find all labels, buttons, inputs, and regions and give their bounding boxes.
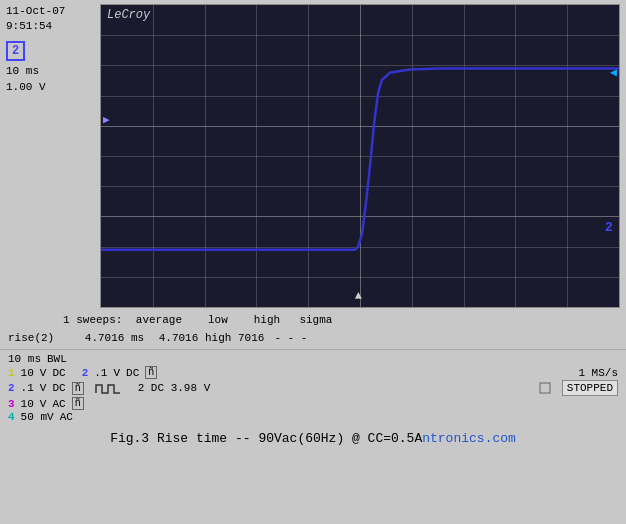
low-header: low	[195, 312, 240, 330]
sweeps-label: 1 sweeps:	[63, 312, 122, 330]
bottom-row-5: 4 50 mV AC	[8, 411, 618, 423]
ch4-num: 4	[8, 411, 15, 423]
fig-caption: Fig.3 Rise time -- 90Vac(60Hz) @ CC=0.5A…	[0, 427, 626, 448]
ch2-num: 2	[82, 367, 89, 379]
param-label: rise(2)	[8, 330, 73, 348]
high-val: high 7016	[205, 330, 264, 348]
average-header: average	[126, 312, 191, 330]
trigger-marker: ◀	[610, 65, 617, 80]
ch1-coupling: DC	[52, 367, 65, 379]
ch2-coupling-icon-2: ñ	[72, 382, 84, 395]
ch1-unit: V	[40, 367, 47, 379]
ch2-volts: .1	[94, 367, 107, 379]
svg-rect-0	[540, 383, 550, 393]
volt-div-label: 1.00 V	[6, 79, 94, 96]
stats-bar: 1 sweeps: average low high sigma rise(2)…	[0, 310, 626, 349]
left-panel: 11-Oct-07 9:51:54 2 10 ms 1.00 V	[0, 0, 100, 310]
ch2-num-2: 2	[8, 382, 15, 394]
oscilloscope-screen: LeCroy	[100, 4, 620, 308]
right-status-2: STOPPED	[539, 380, 618, 396]
time-label: 9:51:54	[6, 19, 94, 34]
trigger-arrow: ▲	[355, 289, 362, 303]
ch2-coupling-2: DC	[52, 382, 65, 394]
ch4-volts: 50 mV	[21, 411, 54, 423]
bottom-panel: 10 ms BWL 1 10 V DC 2 .1 V DC ñ 1 MS/s 2…	[0, 349, 626, 427]
average-val: 4.7016 ms	[77, 330, 152, 348]
date-label: 11-Oct-07	[6, 4, 94, 19]
waveform-svg	[101, 5, 619, 307]
sigma-header: sigma	[293, 312, 338, 330]
bottom-row-1: 10 ms BWL	[8, 353, 618, 365]
stopped-badge: STOPPED	[562, 380, 618, 396]
ch3-coupling-icon: ñ	[72, 397, 84, 410]
ch2-dc-val: 2 DC 3.98 V	[138, 382, 211, 394]
ch1-volts: 10	[21, 367, 34, 379]
fig-text: Fig.3 Rise time -- 90Vac(60Hz) @ CC=0.5A	[110, 431, 422, 446]
ch3-coupling: AC	[52, 398, 65, 410]
bottom-row-4: 3 10 V AC ñ	[8, 397, 618, 410]
sigma-val: - - -	[268, 330, 313, 348]
ch3-num: 3	[8, 398, 15, 410]
bwl-label: BWL	[47, 353, 67, 365]
pulse-icon	[94, 381, 122, 395]
ch4-coupling: AC	[60, 411, 73, 423]
ch2-unit-2: V	[40, 382, 47, 394]
ch2-coupling-icon: ñ	[145, 366, 157, 379]
sample-rate: 1 MS/s	[578, 367, 618, 379]
ch2-coupling: DC	[126, 367, 139, 379]
ch1-num: 1	[8, 367, 15, 379]
ch3-unit: V	[40, 398, 47, 410]
ch2-volts-2: .1	[21, 382, 34, 394]
brand-text: ntronics.com	[422, 431, 516, 446]
ch1-marker: ▶	[103, 113, 113, 123]
time-div-label: 10 ms	[6, 63, 94, 80]
stopped-square	[539, 382, 554, 394]
high-header: high	[244, 312, 289, 330]
main-container: 11-Oct-07 9:51:54 2 10 ms 1.00 V LeCroy	[0, 0, 626, 524]
scale-info: 10 ms 1.00 V	[6, 63, 94, 96]
bottom-row-3: 2 .1 V DC ñ 2 DC 3.98 V STOPPED	[8, 380, 618, 396]
time-div-bottom: 10 ms	[8, 353, 41, 365]
ch2-unit: V	[113, 367, 120, 379]
right-status: 1 MS/s	[578, 367, 618, 379]
top-section: 11-Oct-07 9:51:54 2 10 ms 1.00 V LeCroy	[0, 0, 626, 310]
bottom-row-2: 1 10 V DC 2 .1 V DC ñ 1 MS/s	[8, 366, 618, 379]
channel-box: 2	[6, 41, 25, 61]
datetime-display: 11-Oct-07 9:51:54	[6, 4, 94, 35]
ch2-marker: 2	[605, 220, 617, 232]
ch3-volts: 10	[21, 398, 34, 410]
low-val: 4.7016	[156, 330, 201, 348]
